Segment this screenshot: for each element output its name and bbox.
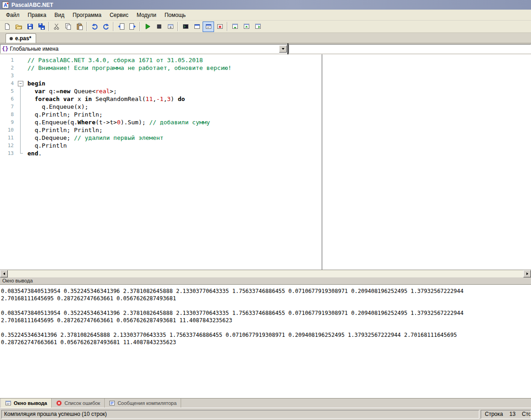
output-text-area[interactable]: 0.0835473840513954 0.352245346341396 2.3… bbox=[0, 284, 531, 398]
undo-icon bbox=[91, 23, 98, 30]
line-number: 1 bbox=[4, 56, 17, 64]
bottom-tab-error-list[interactable]: Список ошибок bbox=[52, 399, 105, 408]
code-text: // PascalABC.NET 3.4.0, сборка 1671 от 3… bbox=[24, 56, 203, 64]
menu-help[interactable]: Помощь bbox=[161, 10, 190, 20]
errors-tab-icon bbox=[56, 400, 62, 406]
code-line: 9 q.Enqueue(q.Where(t->t>0).Sum); // доб… bbox=[4, 118, 322, 126]
horizontal-scrollbar[interactable] bbox=[0, 270, 531, 277]
stop-button[interactable] bbox=[153, 21, 165, 32]
editor-right-pane[interactable] bbox=[322, 54, 531, 270]
undo-button[interactable] bbox=[89, 21, 100, 32]
compile-button[interactable] bbox=[165, 21, 176, 32]
fold-gutter bbox=[17, 87, 24, 95]
menu-modules[interactable]: Модули bbox=[133, 10, 161, 20]
run-icon bbox=[144, 23, 151, 30]
toolbar-separator bbox=[86, 22, 87, 31]
window-layout-1-button[interactable] bbox=[229, 21, 241, 32]
caret-position-panel: Строка 13 Сто bbox=[481, 410, 531, 419]
output-line: 2.70168111645695 0.287262747663661 0.056… bbox=[1, 317, 530, 324]
code-text: q.Println; Println; bbox=[24, 126, 102, 134]
code-line: 11 q.Dequeue; // удалили первый элемент bbox=[4, 134, 322, 142]
cut-icon bbox=[53, 23, 60, 30]
code-line: 8 q.Println; Println; bbox=[4, 111, 322, 118]
paste-button[interactable] bbox=[74, 21, 85, 32]
code-text: q.Enqueue(q.Where(t->t>0).Sum); // добав… bbox=[24, 118, 210, 126]
code-line: 2// Внимание! Если программа не работает… bbox=[4, 64, 322, 72]
show-errors-button[interactable] bbox=[214, 21, 225, 32]
toolbar-separator bbox=[113, 22, 114, 31]
bottom-tab-output-window[interactable]: Окно вывода bbox=[1, 399, 52, 408]
save-file-icon bbox=[27, 23, 34, 30]
scope-combo-dropdown[interactable] bbox=[279, 45, 287, 53]
editor-left-pane[interactable]: 1// PascalABC.NET 3.4.0, сборка 1671 от … bbox=[0, 54, 322, 270]
menu-view[interactable]: Вид bbox=[50, 10, 69, 20]
save-file-button[interactable] bbox=[24, 21, 36, 32]
menu-file[interactable]: Файл bbox=[2, 10, 24, 20]
paste-icon bbox=[76, 23, 83, 30]
output-line: 0.0835473840513954 0.352245346341396 2.3… bbox=[1, 309, 530, 317]
navigate-back-button[interactable] bbox=[115, 21, 127, 32]
stop-icon bbox=[156, 23, 163, 30]
window-layout-1-icon bbox=[231, 23, 239, 30]
run-button[interactable] bbox=[142, 21, 153, 32]
fold-gutter bbox=[17, 111, 24, 118]
line-number: 2 bbox=[4, 64, 17, 72]
code-line: 1// PascalABC.NET 3.4.0, сборка 1671 от … bbox=[4, 56, 322, 64]
fold-gutter bbox=[17, 134, 24, 142]
scope-combo[interactable]: {} Глобальные имена bbox=[0, 44, 287, 53]
menu-edit[interactable]: Правка bbox=[24, 10, 51, 20]
fold-gutter bbox=[17, 126, 24, 134]
new-file-button[interactable] bbox=[1, 21, 13, 32]
navigate-forward-icon bbox=[129, 23, 136, 30]
member-combo[interactable] bbox=[289, 44, 531, 53]
tab-e-pas[interactable]: e.pas* bbox=[5, 33, 36, 43]
code-line: 6 foreach var x in SeqRandomReal(11,-1,3… bbox=[4, 95, 322, 103]
code-line: 3 bbox=[4, 72, 322, 80]
bottom-tab-label: Окно вывода bbox=[14, 400, 47, 406]
line-number: 10 bbox=[4, 126, 17, 134]
code-text: var q:=new Queue<real>; bbox=[24, 87, 117, 95]
code-text: q.Dequeue; // удалили первый элемент bbox=[24, 134, 163, 142]
code-line: 12 q.Println bbox=[4, 142, 322, 149]
line-number: 8 bbox=[4, 111, 17, 118]
code-editor[interactable]: 1// PascalABC.NET 3.4.0, сборка 1671 от … bbox=[0, 54, 531, 270]
navigate-forward-button[interactable] bbox=[127, 21, 138, 32]
menu-bar: ФайлПравкаВидПрограммаСервисМодулиПомощь bbox=[0, 10, 531, 21]
output-line: 2.70168111645695 0.287262747663661 0.056… bbox=[1, 295, 530, 302]
redo-button[interactable] bbox=[100, 21, 112, 32]
code-text: foreach var x in SeqRandomReal(11,-1,3) … bbox=[24, 95, 185, 103]
cut-button[interactable] bbox=[51, 21, 62, 32]
title-bar[interactable]: A PascalABC.NET bbox=[0, 0, 531, 10]
compile-icon bbox=[167, 23, 174, 30]
scroll-left-button[interactable] bbox=[0, 270, 8, 277]
menu-service[interactable]: Сервис bbox=[106, 10, 133, 20]
show-form-button[interactable] bbox=[191, 21, 203, 32]
output-line: 0.0835473840513954 0.352245346341396 2.3… bbox=[1, 287, 530, 295]
app-icon: A bbox=[2, 1, 9, 9]
show-output-button[interactable] bbox=[203, 21, 214, 32]
code-text: q.Println bbox=[24, 142, 67, 149]
messages-tab-icon bbox=[109, 400, 115, 406]
scope-combo-value: Глобальные имена bbox=[10, 46, 58, 52]
bottom-tab-compiler-messages[interactable]: Сообщения компилятора bbox=[105, 399, 181, 408]
code-text: // Внимание! Если программа не работает,… bbox=[24, 64, 231, 72]
open-file-button[interactable] bbox=[13, 21, 24, 32]
window-layout-3-button[interactable] bbox=[252, 21, 263, 32]
fold-gutter bbox=[17, 142, 24, 149]
fold-collapse-icon[interactable] bbox=[17, 80, 24, 87]
scrollbar-track[interactable] bbox=[8, 270, 523, 277]
copy-button[interactable] bbox=[62, 21, 74, 32]
fold-gutter bbox=[17, 95, 24, 103]
toolbar bbox=[0, 21, 531, 33]
navigate-back-icon bbox=[118, 23, 125, 30]
output-line bbox=[1, 324, 530, 331]
toolbar-separator bbox=[48, 22, 49, 31]
braces-icon: {} bbox=[2, 46, 8, 52]
window-layout-2-button[interactable] bbox=[241, 21, 252, 32]
save-all-button[interactable] bbox=[36, 21, 47, 32]
show-output-icon bbox=[205, 23, 212, 30]
line-number: 6 bbox=[4, 95, 17, 103]
show-console-button[interactable] bbox=[180, 21, 191, 32]
scroll-right-button[interactable] bbox=[523, 270, 531, 277]
menu-program[interactable]: Программа bbox=[69, 10, 106, 20]
